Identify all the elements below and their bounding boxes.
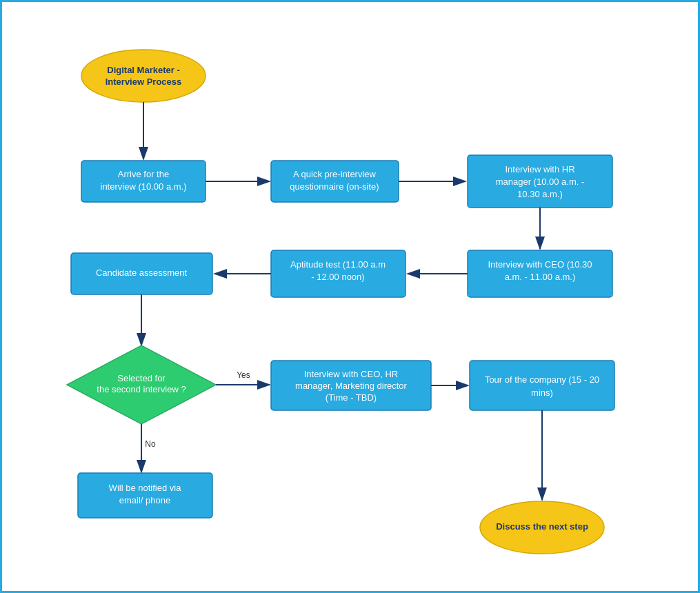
flowchart-svg: Digital Marketer - Interview Process Arr… bbox=[2, 2, 700, 593]
apt-text2: - 12.00 noon) bbox=[311, 272, 364, 282]
tour-text2: mins) bbox=[531, 388, 553, 398]
arrive-text1: Arrive for the bbox=[118, 169, 169, 179]
hr-text2: manager (10.00 a.m. - bbox=[496, 177, 585, 187]
apt-text1: Aptitude test (11.00 a.m bbox=[290, 259, 386, 270]
notified-text2: email/ phone bbox=[119, 495, 170, 505]
discuss-text: Discuss the next step bbox=[496, 521, 588, 532]
second-text3: (Time - TBD) bbox=[326, 392, 377, 403]
tour-text1: Tour of the company (15 - 20 bbox=[485, 374, 599, 385]
start-label: Digital Marketer - bbox=[107, 65, 179, 75]
flowchart-canvas: Digital Marketer - Interview Process Arr… bbox=[0, 0, 700, 593]
hr-text3: 10.30 a.m.) bbox=[517, 189, 563, 199]
quest-text1: A quick pre-interview bbox=[293, 169, 377, 179]
selected-text1: Selected for bbox=[117, 373, 166, 383]
no-label: No bbox=[145, 439, 156, 449]
notified-text1: Will be notified via bbox=[109, 483, 182, 493]
selected-text2: the second interview ? bbox=[97, 384, 186, 394]
tour-node bbox=[470, 361, 614, 410]
arrive-text2: interview (10.00 a.m.) bbox=[101, 181, 187, 192]
hr-text1: Interview with HR bbox=[505, 164, 574, 174]
start-label2: Interview Process bbox=[106, 77, 182, 87]
candidate-text: Candidate assessment bbox=[96, 268, 188, 278]
second-text1: Interview with CEO, HR bbox=[304, 369, 399, 379]
yes-label: Yes bbox=[237, 370, 250, 380]
start-node bbox=[81, 50, 206, 102]
second-text2: manager, Marketing director bbox=[295, 381, 408, 391]
ceo-text1: Interview with CEO (10.30 bbox=[488, 259, 592, 270]
ceo-text2: a.m. - 11.00 a.m.) bbox=[505, 272, 576, 282]
quest-text2: questionnaire (on-site) bbox=[290, 181, 379, 192]
